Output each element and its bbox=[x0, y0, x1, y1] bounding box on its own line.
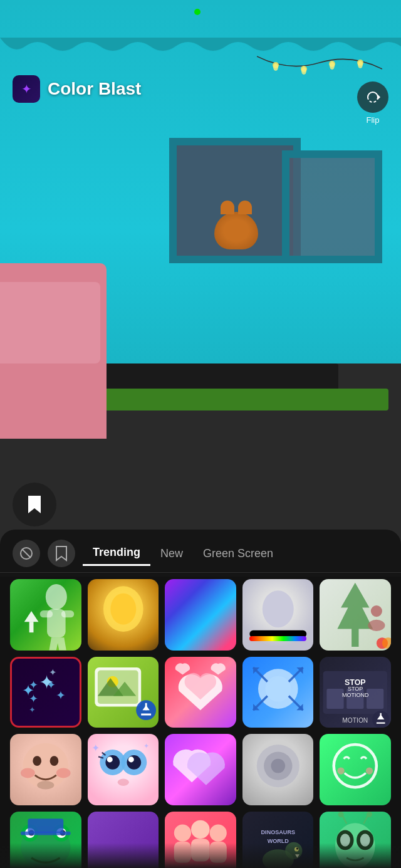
filter-tile-blue-circle[interactable] bbox=[242, 657, 314, 728]
svg-rect-33 bbox=[97, 670, 138, 703]
svg-point-95 bbox=[191, 820, 210, 839]
filter-tile-gray-mask[interactable] bbox=[242, 734, 314, 805]
svg-point-77 bbox=[117, 779, 128, 786]
svg-text:✦: ✦ bbox=[29, 705, 36, 714]
filter-header: ✦ Color Blast bbox=[13, 75, 141, 103]
bookmark-tab-icon bbox=[55, 545, 68, 562]
svg-point-5 bbox=[301, 67, 306, 75]
svg-point-83 bbox=[366, 768, 373, 775]
filter-tile-gold-blob[interactable] bbox=[88, 579, 159, 651]
tab-bar-wrapper: Trending New Green Screen bbox=[0, 530, 401, 573]
filter-tile-shake[interactable]: Shake bbox=[88, 812, 159, 868]
filter-icon: ✦ bbox=[13, 75, 40, 103]
status-dot bbox=[194, 9, 200, 15]
svg-marker-8 bbox=[378, 95, 380, 100]
filter-tile-face-pink[interactable] bbox=[10, 734, 81, 805]
svg-point-18 bbox=[110, 593, 136, 625]
svg-rect-96 bbox=[191, 839, 210, 861]
svg-point-42 bbox=[265, 676, 291, 701]
svg-rect-20 bbox=[249, 630, 306, 637]
svg-point-4 bbox=[273, 63, 278, 71]
bookmark-icon bbox=[26, 494, 43, 515]
couch-cushion bbox=[0, 282, 100, 363]
filter-tile-kawaii[interactable]: ✦ ✦ bbox=[88, 734, 159, 805]
filter-tile-sparkle[interactable]: ✦ ✦ ✦ ✦ ✦ bbox=[10, 657, 81, 728]
filter-tile-rainbow-bar[interactable] bbox=[242, 579, 314, 651]
svg-rect-16 bbox=[29, 622, 34, 632]
sparkle-icon: ✦ bbox=[21, 81, 32, 97]
camera-view: ✦ Color Blast Flip bbox=[0, 0, 401, 577]
tab-new[interactable]: New bbox=[150, 542, 193, 565]
filter-name: Color Blast bbox=[48, 79, 141, 99]
svg-point-72 bbox=[128, 757, 133, 763]
flip-icon bbox=[365, 89, 381, 105]
svg-text:✦: ✦ bbox=[91, 743, 99, 754]
window-left bbox=[169, 138, 301, 263]
bookmark-button[interactable] bbox=[13, 483, 56, 526]
filter-tile-face-circle[interactable] bbox=[320, 734, 391, 805]
svg-point-104 bbox=[296, 847, 298, 849]
ban-button[interactable] bbox=[13, 540, 40, 567]
svg-rect-91 bbox=[28, 818, 63, 833]
svg-rect-94 bbox=[174, 842, 191, 863]
tab-green-screen[interactable]: Green Screen bbox=[193, 542, 283, 565]
filter-tile-dino[interactable]: DINOSAURS WORLD bbox=[242, 812, 314, 868]
svg-point-63 bbox=[50, 756, 59, 766]
svg-rect-55 bbox=[367, 689, 383, 709]
svg-text:STOP: STOP bbox=[345, 678, 366, 687]
ban-icon bbox=[19, 546, 33, 560]
svg-point-113 bbox=[367, 812, 372, 817]
svg-point-109 bbox=[360, 834, 370, 846]
svg-rect-54 bbox=[347, 689, 364, 709]
svg-rect-13 bbox=[40, 610, 53, 617]
svg-rect-92 bbox=[21, 832, 71, 835]
filter-tile-people[interactable] bbox=[165, 812, 236, 868]
filter-tile-color-gradient[interactable] bbox=[165, 579, 236, 651]
svg-point-111 bbox=[338, 812, 344, 817]
svg-point-102 bbox=[285, 842, 302, 859]
svg-point-64 bbox=[21, 768, 35, 778]
svg-point-81 bbox=[334, 745, 377, 787]
filter-tile-hearts2[interactable] bbox=[165, 734, 236, 805]
svg-point-97 bbox=[210, 824, 227, 841]
svg-text:✦: ✦ bbox=[49, 667, 57, 677]
flip-button[interactable]: Flip bbox=[357, 81, 388, 125]
bookmark-tab-button[interactable] bbox=[48, 540, 75, 567]
window-right bbox=[282, 150, 382, 263]
tab-trending[interactable]: Trending bbox=[83, 541, 150, 566]
filter-tile-hearts[interactable] bbox=[165, 657, 236, 728]
flip-label: Flip bbox=[367, 115, 380, 125]
svg-point-11 bbox=[46, 584, 67, 610]
filter-tile-alien[interactable] bbox=[320, 812, 391, 868]
bottom-panel: Trending New Green Screen bbox=[0, 530, 401, 868]
svg-rect-98 bbox=[210, 842, 227, 863]
filter-tile-photo-download[interactable] bbox=[88, 657, 159, 728]
svg-point-65 bbox=[56, 768, 71, 778]
svg-rect-53 bbox=[327, 689, 344, 709]
svg-point-66 bbox=[37, 781, 54, 790]
svg-marker-15 bbox=[24, 611, 39, 622]
filter-tile-stop-motion[interactable]: STOP MOTION bbox=[320, 657, 391, 728]
flip-btn-circle[interactable] bbox=[357, 81, 388, 113]
svg-point-69 bbox=[105, 755, 120, 770]
svg-point-7 bbox=[358, 61, 363, 68]
svg-point-23 bbox=[371, 605, 382, 617]
svg-point-93 bbox=[174, 824, 191, 841]
svg-point-71 bbox=[107, 757, 112, 763]
svg-text:✦: ✦ bbox=[143, 742, 148, 750]
filter-tile-meditation[interactable] bbox=[320, 579, 391, 651]
cat bbox=[214, 212, 258, 249]
svg-marker-22 bbox=[338, 583, 373, 647]
svg-text:WORLD: WORLD bbox=[267, 838, 289, 844]
svg-point-62 bbox=[33, 756, 41, 766]
filter-grid: ✦ ✦ ✦ ✦ ✦ bbox=[0, 573, 401, 868]
svg-text:✦: ✦ bbox=[56, 688, 66, 701]
svg-point-6 bbox=[330, 62, 335, 70]
svg-line-10 bbox=[22, 549, 31, 558]
svg-point-80 bbox=[271, 759, 285, 773]
svg-text:DINOSAURS: DINOSAURS bbox=[261, 829, 294, 835]
grass bbox=[100, 389, 388, 410]
svg-point-108 bbox=[340, 834, 350, 846]
filter-tile-green-figure[interactable] bbox=[10, 579, 81, 651]
filter-tile-frog[interactable] bbox=[10, 812, 81, 868]
